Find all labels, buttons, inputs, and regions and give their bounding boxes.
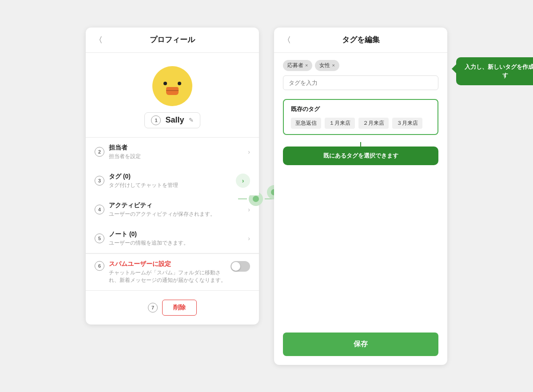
tag-input[interactable] [283,75,438,90]
menu-assignee-sub: 担当者を設定 [109,153,248,160]
tag-applicant-label: 応募者 [287,62,303,69]
delete-button[interactable]: 削除 [162,300,197,316]
chevron-notes-icon: › [248,235,250,242]
avatar-section: 1 Sally ✎ [86,53,259,138]
menu-notes-label: ノート (0) [109,230,248,238]
tooltip-select-tag-text: 既にあるタグを選択できます [323,152,398,159]
menu-item-tags[interactable]: 3 タグ (0) タグ付けしてチャットを管理 › [86,166,259,195]
menu-item-spam[interactable]: 6 スパムユーザーに設定 チャットルームが「スパム」フォルダに移動され、新着メッ… [86,254,259,290]
step-4-badge: 4 [95,205,104,214]
menu-notes-text: ノート (0) ユーザーの情報を追加できます。 [109,230,248,247]
save-button[interactable]: 保存 [283,333,438,356]
menu-item-assignee[interactable]: 2 担当者 担当者を設定 › [86,138,259,166]
menu-item-notes[interactable]: 5 ノート (0) ユーザーの情報を追加できます。 › [86,224,259,253]
tag-female-remove[interactable]: × [332,63,334,68]
existing-tag-2[interactable]: ２月来店 [358,118,389,129]
chevron-activity-icon: › [248,206,250,213]
existing-tags-box: 既存のタグ 至急返信 １月来店 ２月来店 ３月来店 [283,99,438,135]
delete-section: 7 削除 [86,291,259,325]
menu-notes-sub: ユーザーの情報を追加できます。 [109,239,248,247]
menu-tags-label: タグ (0) [109,173,236,181]
spam-label: スパムユーザーに設定 [109,260,231,268]
tag-female-label: 女性 [319,62,330,69]
existing-tags-label: 既存のタグ [291,105,430,113]
menu-item-activity[interactable]: 4 アクティビティ ユーザーのアクティビティが保存されます。 › [86,195,259,224]
active-tags-row: 応募者 × 女性 × [283,60,438,71]
delete-wrapper: 7 削除 [148,300,197,316]
chevron-tags-green-icon[interactable]: › [236,174,250,188]
existing-tag-1[interactable]: １月来店 [325,118,355,129]
existing-tag-0[interactable]: 至急返信 [291,118,321,129]
left-panel-title: プロフィール [108,35,237,45]
menu-activity-sub: ユーザーのアクティビティが保存されます。 [109,210,248,218]
chevron-assignee-icon: › [248,148,250,155]
tooltip-enter-tag-text: 入力し、新しいタグを作成します [465,63,533,79]
menu-tags-text: タグ (0) タグ付けしてチャットを管理 [109,173,236,189]
existing-tag-3[interactable]: ３月来店 [392,118,422,129]
spam-text: スパムユーザーに設定 チャットルームが「スパム」フォルダに移動され、新着メッセー… [109,260,231,284]
existing-tag-list: 至急返信 １月来店 ２月来店 ３月来店 [291,118,430,129]
name-row: 1 Sally ✎ [144,112,200,128]
duck-avatar [159,73,186,99]
menu-tags-sub: タグ付けしてチャットを管理 [109,182,236,189]
user-name: Sally [165,115,184,125]
step-1-badge: 1 [151,115,161,125]
spacer [274,165,447,254]
right-back-button[interactable]: 〈 [283,35,291,45]
menu-assignee-label: 担当者 [109,144,248,152]
duck-eye-right [178,82,181,85]
step-6-badge: 6 [95,261,104,271]
right-panel-title: タグを編集 [296,35,425,45]
avatar [152,66,192,106]
menu-activity-text: アクティビティ ユーザーのアクティビティが保存されます。 [109,202,248,218]
left-back-button[interactable]: 〈 [95,35,103,45]
step-7-badge: 7 [148,303,158,313]
duck-beak [166,87,179,95]
menu-activity-label: アクティビティ [109,202,248,210]
tag-applicant-remove[interactable]: × [305,63,308,68]
tag-chip-applicant: 応募者 × [283,60,312,71]
step-2-badge: 2 [95,147,104,157]
duck-eye-left [163,82,167,85]
step-5-badge: 5 [95,234,104,243]
menu-items: 2 担当者 担当者を設定 › 3 [86,138,259,253]
step-3-badge: 3 [95,176,104,186]
spam-toggle[interactable] [231,261,250,272]
spam-desc: チャットルームが「スパム」フォルダに移動され、新着メッセージの通知が届かなくなり… [109,269,231,284]
edit-name-icon[interactable]: ✎ [189,117,194,123]
tag-chip-female: 女性 × [315,60,339,71]
tag-input-section: 入力し、新しいタグを作成します 応募者 × 女性 × [274,53,447,95]
menu-assignee-text: 担当者 担当者を設定 [109,144,248,160]
connector-dot-inner [253,196,259,202]
right-panel: 〈 タグを編集 入力し、新しいタグを作成します 応募者 [274,28,447,365]
